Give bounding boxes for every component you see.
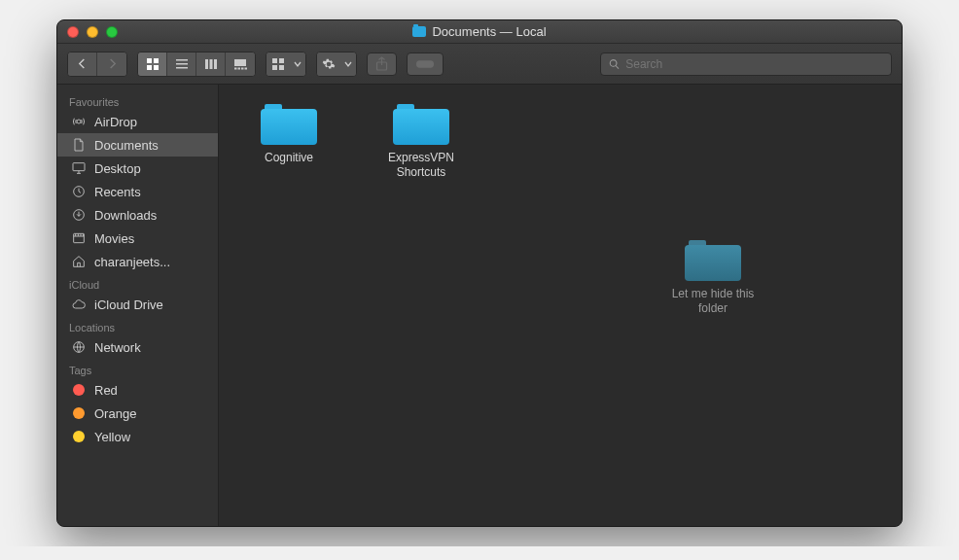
sidebar-section-label: iCloud [57,273,218,293]
search-field[interactable] [600,52,892,76]
tag-icon [71,429,87,444]
sidebar-item-icloud-drive[interactable]: iCloud Drive [57,293,218,316]
group-icon [266,52,290,76]
svg-rect-3 [154,65,159,70]
sidebar-item-documents[interactable]: Documents [57,133,218,157]
action-menu-button[interactable] [316,52,357,77]
movies-icon [71,230,87,246]
folder-icon [685,240,741,281]
sidebar-item-red[interactable]: Red [57,378,218,402]
view-gallery-button[interactable] [226,52,255,76]
svg-rect-11 [234,67,237,69]
zoom-button[interactable] [106,26,118,38]
downloads-icon [71,207,87,223]
window-body: FavouritesAirDropDocumentsDesktopRecents… [57,85,902,526]
folder-icon [412,26,426,37]
sidebar-item-label: Yellow [94,430,130,444]
svg-rect-14 [245,67,248,69]
minimize-button[interactable] [87,26,98,38]
tag-icon [71,382,87,398]
chevron-down-icon [340,52,356,76]
svg-rect-22 [73,163,85,171]
folder-icon [261,104,317,145]
view-columns-button[interactable] [196,52,226,76]
sidebar-item-yellow[interactable]: Yellow [57,425,218,448]
svg-rect-0 [147,58,152,63]
svg-rect-7 [205,59,208,69]
document-icon [71,137,87,153]
sidebar-item-label: Downloads [94,208,157,223]
forward-button[interactable] [97,52,126,76]
sidebar-item-label: Red [94,383,118,398]
folder-name: ExpressVPN Shortcuts [374,151,468,180]
sidebar-item-charanjeets-[interactable]: charanjeets... [57,250,218,273]
back-button[interactable] [68,52,97,76]
sidebar-item-label: Recents [94,185,141,199]
tags-button[interactable] [407,52,444,76]
sidebar-item-orange[interactable]: Orange [57,402,218,425]
cloud-icon [71,297,87,312]
svg-rect-20 [416,60,434,67]
sidebar-item-movies[interactable]: Movies [57,227,218,250]
search-icon [609,58,620,70]
view-mode-group [137,52,256,77]
svg-rect-10 [234,59,246,66]
desktop-icon [71,160,87,176]
svg-rect-5 [176,63,188,65]
finder-window: Documents — Local [56,19,903,527]
sidebar-item-label: AirDrop [94,115,137,129]
sidebar-item-label: Documents [94,138,159,153]
sidebar-section-label: Tags [57,359,218,378]
svg-rect-16 [279,58,284,63]
folder-icon [393,104,449,145]
svg-rect-8 [209,59,212,69]
folder-name: Let me hide this folder [666,287,760,316]
sidebar-item-label: Orange [94,406,136,421]
sidebar-section-label: Favourites [57,90,218,110]
network-icon [71,339,87,355]
folder-name: Cognitive [265,151,313,165]
svg-rect-17 [272,65,277,70]
svg-rect-13 [241,67,244,69]
sidebar-item-desktop[interactable]: Desktop [57,157,218,180]
view-icons-button[interactable] [138,52,167,76]
svg-rect-2 [147,65,152,70]
titlebar: Documents — Local [57,20,902,44]
home-icon [71,254,87,269]
share-button[interactable] [367,52,397,76]
airdrop-icon [71,114,87,129]
chevron-down-icon [290,52,305,76]
content-area[interactable]: Cognitive ExpressVPN Shortcuts Let me hi… [219,85,902,526]
folder-item[interactable]: ExpressVPN Shortcuts [374,104,468,180]
sidebar-item-recents[interactable]: Recents [57,180,218,203]
sidebar-item-downloads[interactable]: Downloads [57,203,218,227]
sidebar-item-label: iCloud Drive [94,298,163,312]
recents-icon [71,184,87,199]
gear-icon [317,52,340,76]
search-input[interactable] [625,57,883,71]
svg-rect-1 [154,58,159,63]
window-title-text: Documents — Local [432,24,546,39]
toolbar [57,44,902,85]
group-by-button[interactable] [266,52,306,77]
close-button[interactable] [67,26,79,38]
svg-rect-4 [176,59,188,61]
svg-rect-6 [176,67,188,69]
folder-item[interactable]: Cognitive [242,104,336,165]
sidebar-item-airdrop[interactable]: AirDrop [57,110,218,133]
folder-item[interactable]: Let me hide this folder [666,240,760,316]
sidebar-item-network[interactable]: Network [57,335,218,359]
window-controls [67,26,118,38]
svg-point-21 [77,120,81,123]
sidebar: FavouritesAirDropDocumentsDesktopRecents… [57,85,219,526]
nav-buttons [67,52,127,77]
svg-rect-12 [238,67,241,69]
svg-rect-9 [214,59,217,69]
sidebar-section-label: Locations [57,316,218,335]
sidebar-item-label: Movies [94,231,134,246]
window-title: Documents — Local [57,24,902,39]
svg-rect-15 [272,58,277,63]
svg-rect-18 [279,65,284,70]
sidebar-item-label: charanjeets... [94,255,170,269]
view-list-button[interactable] [167,52,196,76]
